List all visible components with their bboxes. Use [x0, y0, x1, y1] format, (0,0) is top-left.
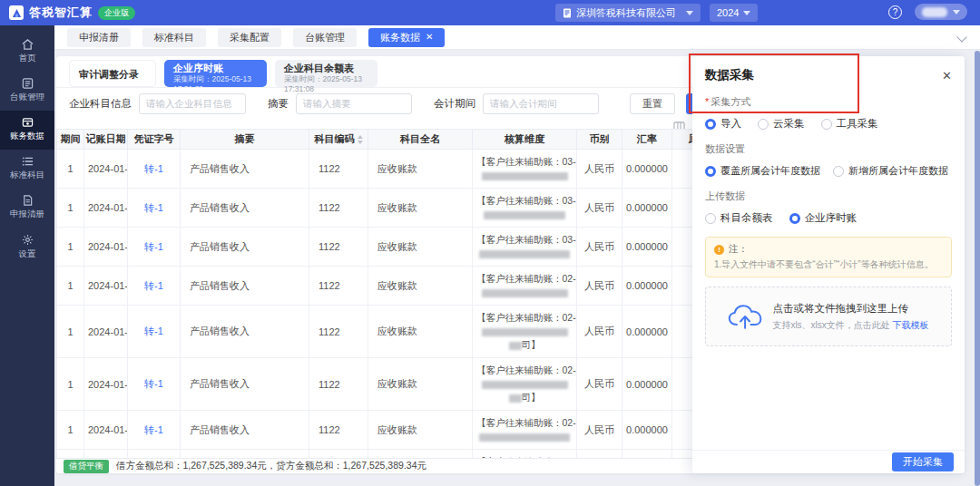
tab-ledger-management[interactable]: 台账管理: [293, 28, 357, 47]
sidebar-item-declaration-list[interactable]: 申报清册: [0, 189, 54, 228]
card-title: 审计调整分录: [79, 69, 139, 81]
table-cell: 应收账款: [368, 189, 473, 228]
radio-label: 导入: [720, 117, 741, 131]
dimension-cell: 【客户往来辅助账：02-02002-0200211/: [473, 450, 577, 459]
radio-label: 新增所属会计年度数据: [848, 164, 948, 178]
table-cell[interactable]: 转-1: [128, 306, 181, 358]
card-enterprise-journal[interactable]: 企业序时账 采集时间：2025-05-13 17:31:39: [164, 60, 267, 87]
drawer-title: 数据采集: [705, 67, 754, 83]
card-audit-adjustment[interactable]: 审计调整分录: [69, 60, 156, 87]
radio-subject-balance[interactable]: 科目余额表: [705, 211, 773, 225]
tab-declaration-list[interactable]: 申报清册: [67, 28, 131, 47]
radio-label: 云采集: [773, 117, 805, 131]
period-input[interactable]: [483, 93, 599, 114]
table-cell: 产品销售收入: [181, 189, 309, 228]
radio-selected-icon: [705, 166, 716, 177]
table-cell: 应收账款: [368, 267, 473, 306]
table-cell: 0.000000: [622, 267, 672, 306]
redacted-text: [482, 172, 568, 180]
table-cell: 人民币: [577, 228, 622, 267]
table-cell[interactable]: 转-1: [128, 411, 181, 450]
sidebar-item-home[interactable]: 首页: [0, 33, 54, 72]
upload-dropzone[interactable]: 点击或将文件拖拽到这里上传 支持xls、xlsx文件，点击此处 下载模板: [705, 287, 952, 346]
sidebar-item-standard-subjects[interactable]: 标准科目: [0, 150, 54, 189]
company-selector[interactable]: 深圳答税科技有限公司: [555, 4, 701, 22]
table-cell: 产品销售收入: [181, 358, 309, 411]
chevron-down-icon: [743, 11, 750, 15]
table-row[interactable]: 12024-01-31转-1产品销售收入1122应收账款【客户往来辅助账：02-…: [57, 306, 745, 358]
table-row[interactable]: 12024-01-31转-1产品销售收入1122应收账款【客户往来辅助账：02-…: [57, 450, 745, 459]
table-row[interactable]: 12024-01-31转-1产品销售收入1122应收账款【客户往来辅助账：03-…: [57, 150, 745, 189]
radio-enterprise-journal[interactable]: 企业序时账: [789, 211, 858, 225]
close-icon[interactable]: ✕: [942, 70, 952, 82]
help-icon[interactable]: ?: [888, 5, 902, 19]
table-row[interactable]: 12024-01-31转-1产品销售收入1122应收账款【客户往来辅助账：03-…: [57, 228, 745, 267]
col-period: 期间: [57, 130, 84, 150]
app-title: 答税智汇算: [29, 5, 93, 21]
table-cell[interactable]: 转-1: [128, 150, 181, 189]
radio-cloud-collect[interactable]: 云采集: [758, 117, 805, 131]
cloud-upload-icon: [728, 303, 764, 330]
radio-append-year-data[interactable]: 新增所属会计年度数据: [833, 164, 948, 178]
reset-button[interactable]: 重置: [630, 93, 675, 114]
radio-tool-collect[interactable]: 工具采集: [821, 117, 878, 131]
redacted-text: [509, 394, 522, 403]
col-date: 记账日期: [84, 130, 128, 150]
summary-input[interactable]: [296, 93, 412, 114]
table-cell: 0.000000: [622, 189, 672, 228]
sidebar-item-label: 账务数据: [10, 131, 44, 142]
sort-icon[interactable]: [358, 135, 363, 144]
start-collection-button[interactable]: 开始采集: [892, 452, 954, 471]
tab-collection-config[interactable]: 采集配置: [218, 28, 281, 47]
edition-badge: 企业版: [98, 6, 135, 20]
table-cell: 应收账款: [368, 450, 473, 459]
table-row[interactable]: 12024-01-31转-1产品销售收入1122应收账款【客户往来辅助账：02-…: [57, 267, 745, 306]
col-subject-code[interactable]: 科目编码: [309, 130, 368, 150]
table-row[interactable]: 12024-01-31转-1产品销售收入1122应收账款【客户往来辅助账：02-…: [57, 358, 745, 411]
sidebar-item-ledger[interactable]: 台账管理: [0, 72, 54, 111]
table-cell: 应收账款: [368, 411, 473, 450]
table-cell: 1122: [309, 150, 368, 189]
table-cell: 2024-01-31: [84, 150, 128, 189]
download-template-link[interactable]: 下载模板: [893, 320, 929, 330]
radio-overwrite-year-data[interactable]: 覆盖所属会计年度数据: [705, 164, 820, 178]
sidebar-item-finance-data[interactable]: 账务数据: [0, 111, 54, 150]
col-label: 科目编码: [315, 133, 355, 144]
table-row[interactable]: 12024-01-31转-1产品销售收入1122应收账款【客户往来辅助账：03-…: [57, 189, 745, 228]
note-box: ! 注： 1.导入文件中请不要包含“合计”“小计”等各种统计信息。: [705, 237, 952, 277]
close-icon[interactable]: ✕: [426, 33, 433, 42]
table-cell: 2024-01-31: [84, 358, 128, 411]
col-voucher: 凭证字号: [128, 130, 181, 150]
sidebar-item-settings[interactable]: 设置: [0, 228, 54, 267]
redacted-text: [509, 342, 522, 350]
scrollbar[interactable]: [975, 51, 980, 486]
filter-label-subject-info: 企业科目信息: [69, 97, 132, 111]
table-cell: 人民币: [577, 358, 622, 411]
card-subject-balance[interactable]: 企业科目余额表 采集时间：2025-05-13 17:31:08: [275, 60, 377, 87]
year-selector[interactable]: 2024: [710, 4, 758, 22]
table-cell: 0.000000: [622, 450, 672, 459]
table-cell: 产品销售收入: [181, 228, 309, 267]
table-cell[interactable]: 转-1: [128, 450, 181, 459]
tab-standard-subjects[interactable]: 标准科目: [142, 28, 206, 47]
tab-finance-data[interactable]: 账务数据 ✕: [368, 28, 445, 47]
radio-selected-icon: [705, 119, 716, 130]
table-cell[interactable]: 转-1: [128, 267, 181, 306]
table-cell: 人民币: [577, 411, 622, 450]
table-cell: 1122: [309, 358, 368, 411]
chevron-down-icon[interactable]: [956, 32, 966, 42]
home-icon: [22, 39, 34, 50]
table-cell[interactable]: 转-1: [128, 358, 181, 411]
radio-import[interactable]: 导入: [705, 117, 741, 131]
col-summary: 摘要: [181, 130, 309, 150]
table-cell: 应收账款: [368, 228, 473, 267]
col-currency: 币别: [577, 130, 622, 150]
radio-selected-icon: [789, 213, 800, 224]
finance-data-icon: [22, 117, 34, 128]
user-avatar[interactable]: [915, 4, 967, 20]
table-cell[interactable]: 转-1: [128, 189, 181, 228]
table-cell[interactable]: 转-1: [128, 228, 181, 267]
data-collection-drawer: 数据采集 ✕ *采集方式 导入 云采集 工具采集 数据设置 覆盖所属会计年度数据…: [692, 56, 965, 473]
table-row[interactable]: 12024-01-31转-1产品销售收入1122应收账款【客户往来辅助账：02-…: [57, 411, 745, 450]
subject-info-input[interactable]: [139, 93, 246, 114]
